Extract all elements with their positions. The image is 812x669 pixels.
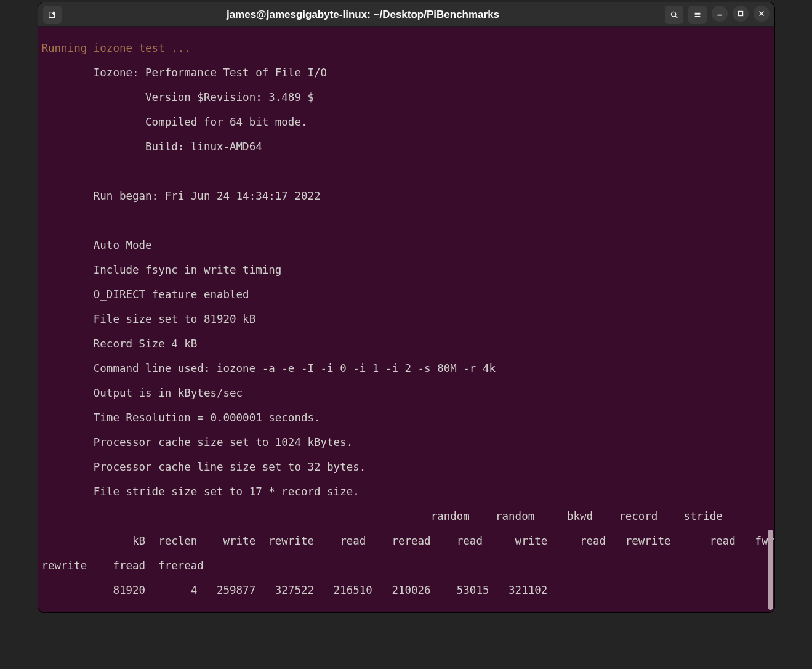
terminal-window: james@jamesgigabyte-linux: ~/Desktop/PiB… [38,2,775,613]
output-line: kB reclen write rewrite read reread read… [42,535,774,547]
output-line: Compiled for 64 bit mode. [42,116,308,128]
maximize-button[interactable] [733,6,749,22]
output-line: Running iozone test ... [42,42,191,54]
minimize-button[interactable] [712,6,728,22]
menu-button[interactable] [688,6,707,24]
output-line: File stride size set to 17 * record size… [42,485,360,498]
output-line: Command line used: iozone -a -e -I -i 0 … [42,362,496,375]
output-line: File size set to 81920 kB [42,313,256,325]
new-tab-button[interactable] [43,6,62,24]
output-line: random random bkwd record stride [42,510,723,522]
scrollbar[interactable] [768,27,773,612]
svg-point-3 [671,12,675,16]
svg-rect-9 [738,11,742,15]
output-line: Version $Revision: 3.489 $ [42,91,315,103]
title-bar: james@jamesgigabyte-linux: ~/Desktop/PiB… [38,2,774,27]
output-line: rewrite fread freread [42,559,204,572]
svg-line-4 [675,15,677,17]
output-line: Record Size 4 kB [42,338,198,350]
output-line: Run began: Fri Jun 24 14:34:17 2022 [42,190,321,202]
scroll-thumb[interactable] [768,530,773,610]
output-line: Build: linux-AMD64 [42,140,262,153]
search-button[interactable] [665,6,683,24]
output-line: Output is in kBytes/sec [42,387,243,399]
window-title: james@jamesgigabyte-linux: ~/Desktop/PiB… [62,9,665,21]
output-line: Time Resolution = 0.000001 seconds. [42,412,321,424]
output-line: Include fsync in write timing [42,264,282,276]
close-button[interactable] [754,6,770,22]
output-line: Processor cache size set to 1024 kBytes. [42,436,353,448]
output-line: Auto Mode [42,239,152,251]
terminal-body[interactable]: Running iozone test ... Iozone: Performa… [38,27,774,612]
output-line: Processor cache line size set to 32 byte… [42,461,366,473]
output-line: 81920 4 259877 327522 216510 210026 5301… [42,584,548,596]
output-line: Iozone: Performance Test of File I/O [42,67,328,79]
output-line: O_DIRECT feature enabled [42,288,249,301]
